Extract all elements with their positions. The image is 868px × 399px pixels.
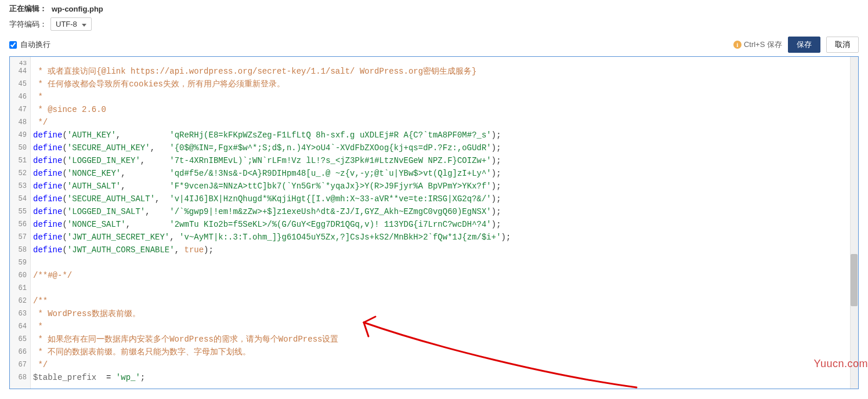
code-line: * 或者直接访问{@link https://api.wordpress.org… (33, 65, 858, 78)
save-button[interactable]: 保存 (788, 37, 820, 53)
code-line: define('AUTH_SALT', 'F*9vcenJ&=NNzA>ttC]… (33, 180, 858, 193)
code-line (33, 282, 858, 295)
editing-filename: wp-config.php (52, 5, 103, 13)
info-icon: i (733, 41, 742, 49)
code-line: * 如果您有在同一数据库内安装多个WordPress的需求，请为每个WordPr… (33, 333, 858, 346)
line-number: 47 (12, 103, 27, 116)
code-line: define('SECURE_AUTH_SALT', 'v|4IJ6]BX|Hz… (33, 193, 858, 205)
line-number: 60 (12, 269, 27, 282)
line-number: 44 (12, 65, 27, 78)
code-line: define('LOGGED_IN_KEY', '7t-4XRnIBMEvL)`… (33, 154, 858, 167)
code-area[interactable]: * 或者直接访问{@link https://api.wordpress.org… (31, 57, 858, 389)
code-editor[interactable]: 4344454647484950515253545556575859606162… (9, 56, 859, 389)
save-hint-text: Ctrl+S 保存 (744, 39, 782, 50)
line-number: 54 (12, 193, 27, 205)
line-number: 56 (12, 218, 27, 231)
line-number: 53 (12, 180, 27, 193)
code-line: * @since 2.6.0 (33, 103, 858, 116)
wrap-checkbox[interactable] (9, 41, 17, 49)
line-number: 45 (12, 78, 27, 90)
code-line (33, 256, 858, 269)
line-number: 49 (12, 129, 27, 142)
code-line: * 不同的数据表前缀。前缀名只能为数字、字母加下划线。 (33, 346, 858, 358)
line-number: 58 (12, 244, 27, 256)
code-line: /**#@-*/ (33, 269, 858, 282)
code-line: * (33, 90, 858, 103)
line-number: 43 (12, 57, 27, 65)
encoding-value: UTF-8 (56, 20, 77, 28)
line-number: 62 (12, 295, 27, 307)
line-number: 63 (12, 307, 27, 320)
line-number: 68 (12, 371, 27, 384)
code-line: /** (33, 295, 858, 307)
line-number: 51 (12, 154, 27, 167)
code-line: * 任何修改都会导致所有cookies失效，所有用户将必须重新登录。 (33, 78, 858, 90)
caret-down-icon (82, 24, 86, 27)
save-hint: i Ctrl+S 保存 (733, 39, 782, 50)
code-line: * WordPress数据表前缀。 (33, 307, 858, 320)
line-number: 64 (12, 320, 27, 333)
wrap-label: 自动换行 (20, 39, 50, 50)
code-line: define('AUTH_KEY', 'qReRHj(E8=kFKpWZsZeg… (33, 129, 858, 142)
scrollbar-thumb[interactable] (851, 254, 858, 306)
line-number: 67 (12, 358, 27, 371)
code-line: $table_prefix = 'wp_'; (33, 371, 858, 384)
line-number: 55 (12, 205, 27, 218)
scrollbar-track[interactable] (850, 57, 858, 389)
line-number: 59 (12, 256, 27, 269)
code-line: define('SECURE_AUTH_KEY', '{0$@%IN=,Fgx#… (33, 142, 858, 154)
line-number: 52 (12, 167, 27, 180)
watermark: Yuucn.com (813, 358, 868, 370)
editing-label: 正在编辑： (9, 3, 47, 14)
wrap-toggle[interactable]: 自动换行 (9, 39, 50, 50)
code-line: */ (33, 116, 858, 129)
code-line: */ (33, 358, 858, 371)
code-line: * (33, 320, 858, 333)
encoding-label: 字符编码： (9, 19, 47, 30)
line-number: 65 (12, 333, 27, 346)
line-number: 66 (12, 346, 27, 358)
code-line: define('JWT_AUTH_CORS_ENABLE', true); (33, 244, 858, 256)
line-number: 61 (12, 282, 27, 295)
code-line (33, 57, 858, 65)
line-number: 50 (12, 142, 27, 154)
line-number: 57 (12, 231, 27, 244)
code-line: define('NONCE_SALT', '2wmTu KIo2b=f5SeKL… (33, 218, 858, 231)
code-line: define('NONCE_KEY', 'qd#f5e/&!3Ns&-D<A}R… (33, 167, 858, 180)
cancel-button[interactable]: 取消 (826, 37, 859, 53)
code-line: define('LOGGED_IN_SALT', '/`%gwp9|!em!m&… (33, 205, 858, 218)
encoding-select[interactable]: UTF-8 (50, 17, 92, 31)
line-number: 46 (12, 90, 27, 103)
line-number: 48 (12, 116, 27, 129)
line-gutter: 4344454647484950515253545556575859606162… (10, 57, 31, 389)
code-line: define('JWT_AUTH_SECRET_KEY', 'v~AyMT|k:… (33, 231, 858, 244)
